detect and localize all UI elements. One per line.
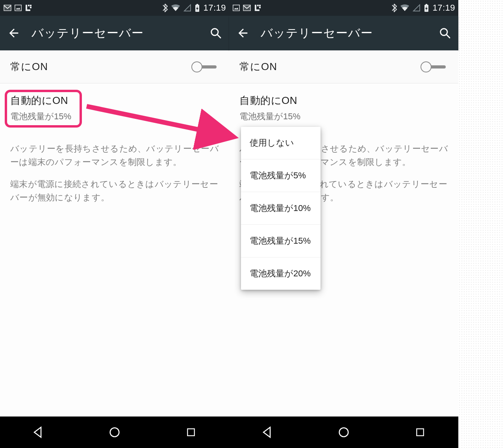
always-on-row[interactable]: 常にON: [0, 50, 229, 83]
svg-rect-19: [417, 429, 424, 436]
picture-icon: [14, 4, 22, 11]
dropdown-option-5[interactable]: 電池残量が5%: [241, 159, 321, 192]
battery-charging-icon: [195, 4, 200, 12]
phone-right: 17:19 バッテリーセーバー 常にON: [229, 0, 458, 448]
svg-rect-2: [28, 5, 30, 6]
svg-rect-16: [426, 4, 427, 5]
wifi-icon: [400, 4, 410, 12]
status-bar: 17:19: [229, 0, 458, 16]
auto-on-title: 自動的にON: [239, 94, 448, 107]
bluetooth-icon: [391, 4, 397, 12]
always-on-label: 常にON: [239, 60, 421, 74]
nav-home-button[interactable]: [335, 423, 353, 441]
auto-on-dropdown: 使用しない 電池残量が5% 電池残量が10% 電池残量が15% 電池残量が20%: [241, 127, 321, 290]
decorative-halftone: [458, 0, 504, 448]
svg-rect-10: [233, 5, 239, 11]
search-button[interactable]: [439, 27, 451, 39]
auto-on-title: 自動的にON: [10, 94, 219, 107]
always-on-toggle[interactable]: [421, 61, 448, 72]
page-title: バッテリーセーバー: [32, 25, 209, 41]
app-bar: バッテリーセーバー: [229, 16, 458, 50]
nav-home-button[interactable]: [106, 423, 124, 441]
status-clock: 17:19: [432, 3, 455, 13]
wifi-icon: [171, 4, 180, 12]
back-button[interactable]: [236, 26, 250, 40]
svg-rect-4: [30, 7, 32, 8]
svg-rect-13: [259, 5, 261, 6]
nav-bar: [229, 417, 458, 448]
svg-rect-12: [257, 5, 259, 6]
auto-on-setting[interactable]: 自動的にON 電池残量が15%: [229, 83, 458, 126]
nav-back-button[interactable]: [29, 423, 47, 441]
svg-rect-3: [30, 5, 32, 6]
description-paragraph: 端末が電源に接続されているときはバッテリーセーバーが無効になります。: [10, 178, 219, 204]
svg-rect-14: [259, 7, 261, 8]
auto-on-setting[interactable]: 自動的にON 電池残量が15%: [0, 83, 229, 126]
back-button[interactable]: [7, 26, 20, 40]
dropdown-option-none[interactable]: 使用しない: [241, 127, 321, 159]
gmail-icon: [3, 4, 12, 11]
nav-bar: [0, 417, 229, 448]
nav-back-button[interactable]: [258, 423, 276, 441]
always-on-label: 常にON: [10, 60, 191, 74]
nav-recent-button[interactable]: [411, 423, 429, 441]
status-bar: 17:19: [0, 0, 229, 16]
svg-point-18: [339, 428, 348, 437]
app-l-icon: [24, 4, 32, 12]
status-clock: 17:19: [203, 3, 226, 13]
dropdown-option-15[interactable]: 電池残量が15%: [241, 225, 321, 257]
auto-on-subtitle: 電池残量が15%: [10, 111, 219, 122]
description-text: バッテリーを長持ちさせるため、バッテリーセーバーは端末のパフォーマンスを制限しま…: [0, 138, 229, 208]
always-on-toggle[interactable]: [191, 61, 219, 72]
search-button[interactable]: [209, 27, 222, 39]
picture-icon: [232, 4, 240, 11]
app-bar: バッテリーセーバー: [0, 16, 229, 50]
svg-rect-1: [15, 5, 21, 11]
page-title: バッテリーセーバー: [261, 25, 439, 41]
svg-point-8: [110, 428, 119, 437]
cell-signal-icon: [183, 4, 191, 12]
cell-signal-icon: [413, 4, 421, 12]
svg-rect-9: [187, 429, 195, 436]
description-paragraph: バッテリーを長持ちさせるため、バッテリーセーバーは端末のパフォーマンスを制限しま…: [10, 142, 219, 169]
nav-recent-button[interactable]: [182, 423, 200, 441]
phone-left: 17:19 バッテリーセーバー 常にON: [0, 0, 229, 448]
dropdown-option-10[interactable]: 電池残量が10%: [241, 192, 321, 225]
battery-charging-icon: [424, 4, 429, 12]
dropdown-option-20[interactable]: 電池残量が20%: [241, 257, 321, 290]
auto-on-subtitle: 電池残量が15%: [239, 111, 448, 122]
bluetooth-icon: [162, 4, 168, 12]
always-on-row[interactable]: 常にON: [229, 50, 458, 83]
svg-rect-6: [196, 4, 198, 5]
app-l-icon: [254, 4, 261, 12]
gmail-icon: [243, 4, 251, 11]
